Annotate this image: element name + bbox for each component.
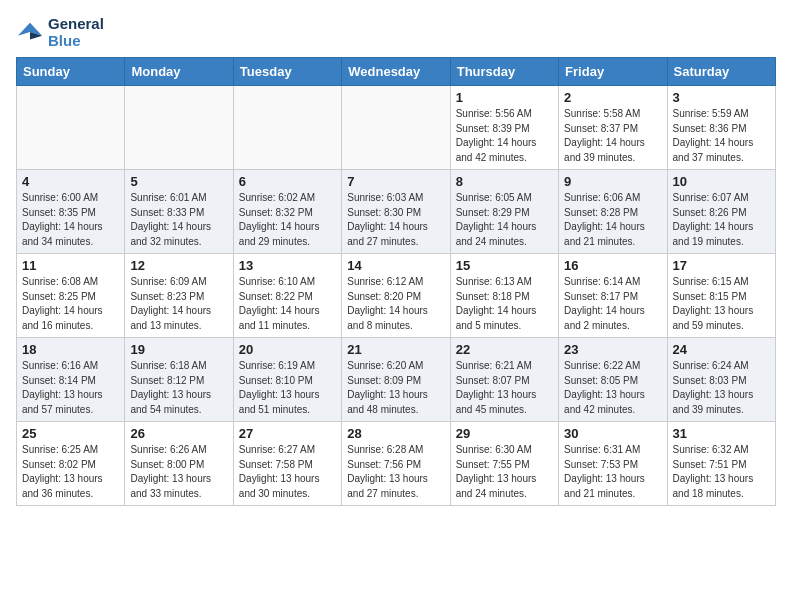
day-number: 19 — [130, 342, 227, 357]
page-header: General Blue — [16, 16, 776, 49]
day-number: 21 — [347, 342, 444, 357]
day-info: Sunrise: 6:22 AM Sunset: 8:05 PM Dayligh… — [564, 359, 661, 417]
day-info: Sunrise: 6:08 AM Sunset: 8:25 PM Dayligh… — [22, 275, 119, 333]
day-number: 23 — [564, 342, 661, 357]
calendar-cell: 25Sunrise: 6:25 AM Sunset: 8:02 PM Dayli… — [17, 422, 125, 506]
weekday-header-wednesday: Wednesday — [342, 58, 450, 86]
day-number: 1 — [456, 90, 553, 105]
calendar-cell: 16Sunrise: 6:14 AM Sunset: 8:17 PM Dayli… — [559, 254, 667, 338]
day-number: 14 — [347, 258, 444, 273]
day-number: 31 — [673, 426, 770, 441]
day-number: 8 — [456, 174, 553, 189]
day-info: Sunrise: 6:01 AM Sunset: 8:33 PM Dayligh… — [130, 191, 227, 249]
day-number: 7 — [347, 174, 444, 189]
day-number: 22 — [456, 342, 553, 357]
day-number: 25 — [22, 426, 119, 441]
calendar-cell — [125, 86, 233, 170]
weekday-header-thursday: Thursday — [450, 58, 558, 86]
calendar-cell: 27Sunrise: 6:27 AM Sunset: 7:58 PM Dayli… — [233, 422, 341, 506]
calendar-cell: 22Sunrise: 6:21 AM Sunset: 8:07 PM Dayli… — [450, 338, 558, 422]
weekday-header-tuesday: Tuesday — [233, 58, 341, 86]
day-info: Sunrise: 6:18 AM Sunset: 8:12 PM Dayligh… — [130, 359, 227, 417]
day-number: 11 — [22, 258, 119, 273]
logo-text: General Blue — [48, 16, 104, 49]
day-number: 3 — [673, 90, 770, 105]
day-info: Sunrise: 6:32 AM Sunset: 7:51 PM Dayligh… — [673, 443, 770, 501]
day-info: Sunrise: 5:58 AM Sunset: 8:37 PM Dayligh… — [564, 107, 661, 165]
calendar-cell: 31Sunrise: 6:32 AM Sunset: 7:51 PM Dayli… — [667, 422, 775, 506]
day-number: 10 — [673, 174, 770, 189]
day-number: 17 — [673, 258, 770, 273]
day-number: 2 — [564, 90, 661, 105]
calendar-cell: 1Sunrise: 5:56 AM Sunset: 8:39 PM Daylig… — [450, 86, 558, 170]
day-number: 20 — [239, 342, 336, 357]
day-info: Sunrise: 6:05 AM Sunset: 8:29 PM Dayligh… — [456, 191, 553, 249]
weekday-header-sunday: Sunday — [17, 58, 125, 86]
weekday-header-friday: Friday — [559, 58, 667, 86]
calendar-cell: 10Sunrise: 6:07 AM Sunset: 8:26 PM Dayli… — [667, 170, 775, 254]
calendar-cell: 12Sunrise: 6:09 AM Sunset: 8:23 PM Dayli… — [125, 254, 233, 338]
calendar-cell — [342, 86, 450, 170]
calendar-cell: 21Sunrise: 6:20 AM Sunset: 8:09 PM Dayli… — [342, 338, 450, 422]
day-info: Sunrise: 6:07 AM Sunset: 8:26 PM Dayligh… — [673, 191, 770, 249]
day-info: Sunrise: 6:27 AM Sunset: 7:58 PM Dayligh… — [239, 443, 336, 501]
logo: General Blue — [16, 16, 104, 49]
calendar-cell: 13Sunrise: 6:10 AM Sunset: 8:22 PM Dayli… — [233, 254, 341, 338]
calendar-cell — [17, 86, 125, 170]
day-number: 28 — [347, 426, 444, 441]
day-info: Sunrise: 6:16 AM Sunset: 8:14 PM Dayligh… — [22, 359, 119, 417]
calendar-cell: 8Sunrise: 6:05 AM Sunset: 8:29 PM Daylig… — [450, 170, 558, 254]
day-number: 26 — [130, 426, 227, 441]
day-number: 15 — [456, 258, 553, 273]
calendar-cell: 7Sunrise: 6:03 AM Sunset: 8:30 PM Daylig… — [342, 170, 450, 254]
calendar-week-row: 11Sunrise: 6:08 AM Sunset: 8:25 PM Dayli… — [17, 254, 776, 338]
calendar-cell: 15Sunrise: 6:13 AM Sunset: 8:18 PM Dayli… — [450, 254, 558, 338]
calendar-cell: 2Sunrise: 5:58 AM Sunset: 8:37 PM Daylig… — [559, 86, 667, 170]
day-number: 16 — [564, 258, 661, 273]
logo-bird-icon — [16, 19, 44, 47]
day-info: Sunrise: 6:31 AM Sunset: 7:53 PM Dayligh… — [564, 443, 661, 501]
day-info: Sunrise: 6:24 AM Sunset: 8:03 PM Dayligh… — [673, 359, 770, 417]
day-info: Sunrise: 6:09 AM Sunset: 8:23 PM Dayligh… — [130, 275, 227, 333]
calendar-cell — [233, 86, 341, 170]
calendar-week-row: 25Sunrise: 6:25 AM Sunset: 8:02 PM Dayli… — [17, 422, 776, 506]
calendar-cell: 5Sunrise: 6:01 AM Sunset: 8:33 PM Daylig… — [125, 170, 233, 254]
day-info: Sunrise: 5:59 AM Sunset: 8:36 PM Dayligh… — [673, 107, 770, 165]
day-info: Sunrise: 6:30 AM Sunset: 7:55 PM Dayligh… — [456, 443, 553, 501]
day-info: Sunrise: 6:19 AM Sunset: 8:10 PM Dayligh… — [239, 359, 336, 417]
day-info: Sunrise: 6:00 AM Sunset: 8:35 PM Dayligh… — [22, 191, 119, 249]
calendar-cell: 23Sunrise: 6:22 AM Sunset: 8:05 PM Dayli… — [559, 338, 667, 422]
calendar-cell: 14Sunrise: 6:12 AM Sunset: 8:20 PM Dayli… — [342, 254, 450, 338]
day-number: 4 — [22, 174, 119, 189]
calendar-week-row: 18Sunrise: 6:16 AM Sunset: 8:14 PM Dayli… — [17, 338, 776, 422]
calendar-cell: 19Sunrise: 6:18 AM Sunset: 8:12 PM Dayli… — [125, 338, 233, 422]
day-info: Sunrise: 6:21 AM Sunset: 8:07 PM Dayligh… — [456, 359, 553, 417]
day-info: Sunrise: 6:02 AM Sunset: 8:32 PM Dayligh… — [239, 191, 336, 249]
day-number: 18 — [22, 342, 119, 357]
calendar-week-row: 4Sunrise: 6:00 AM Sunset: 8:35 PM Daylig… — [17, 170, 776, 254]
day-number: 30 — [564, 426, 661, 441]
calendar-cell: 29Sunrise: 6:30 AM Sunset: 7:55 PM Dayli… — [450, 422, 558, 506]
day-number: 6 — [239, 174, 336, 189]
calendar-cell: 6Sunrise: 6:02 AM Sunset: 8:32 PM Daylig… — [233, 170, 341, 254]
day-info: Sunrise: 6:14 AM Sunset: 8:17 PM Dayligh… — [564, 275, 661, 333]
day-info: Sunrise: 6:20 AM Sunset: 8:09 PM Dayligh… — [347, 359, 444, 417]
weekday-header-saturday: Saturday — [667, 58, 775, 86]
calendar-cell: 20Sunrise: 6:19 AM Sunset: 8:10 PM Dayli… — [233, 338, 341, 422]
calendar-cell: 30Sunrise: 6:31 AM Sunset: 7:53 PM Dayli… — [559, 422, 667, 506]
calendar-cell: 24Sunrise: 6:24 AM Sunset: 8:03 PM Dayli… — [667, 338, 775, 422]
day-info: Sunrise: 6:06 AM Sunset: 8:28 PM Dayligh… — [564, 191, 661, 249]
day-info: Sunrise: 6:26 AM Sunset: 8:00 PM Dayligh… — [130, 443, 227, 501]
day-info: Sunrise: 5:56 AM Sunset: 8:39 PM Dayligh… — [456, 107, 553, 165]
calendar-cell: 17Sunrise: 6:15 AM Sunset: 8:15 PM Dayli… — [667, 254, 775, 338]
day-info: Sunrise: 6:12 AM Sunset: 8:20 PM Dayligh… — [347, 275, 444, 333]
calendar-cell: 9Sunrise: 6:06 AM Sunset: 8:28 PM Daylig… — [559, 170, 667, 254]
day-info: Sunrise: 6:28 AM Sunset: 7:56 PM Dayligh… — [347, 443, 444, 501]
calendar-cell: 28Sunrise: 6:28 AM Sunset: 7:56 PM Dayli… — [342, 422, 450, 506]
day-number: 29 — [456, 426, 553, 441]
calendar-cell: 4Sunrise: 6:00 AM Sunset: 8:35 PM Daylig… — [17, 170, 125, 254]
day-info: Sunrise: 6:13 AM Sunset: 8:18 PM Dayligh… — [456, 275, 553, 333]
calendar-cell: 11Sunrise: 6:08 AM Sunset: 8:25 PM Dayli… — [17, 254, 125, 338]
day-number: 12 — [130, 258, 227, 273]
calendar-cell: 26Sunrise: 6:26 AM Sunset: 8:00 PM Dayli… — [125, 422, 233, 506]
